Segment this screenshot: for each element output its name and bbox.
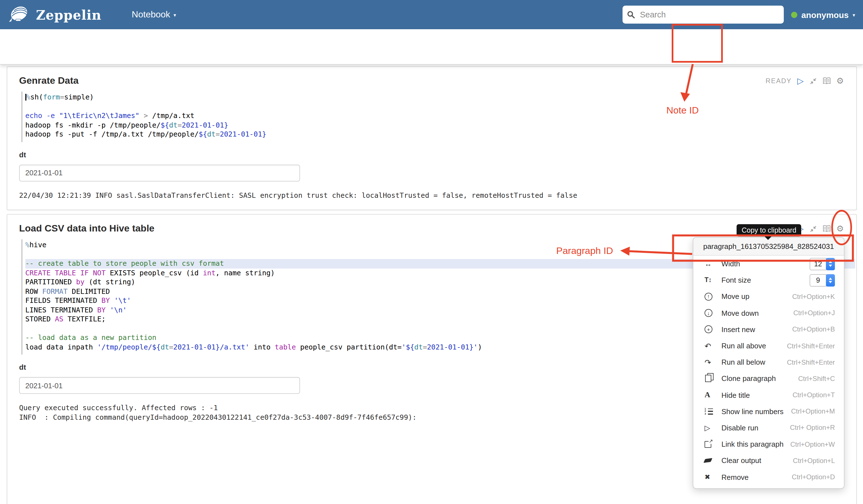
menu-item-run-all-above[interactable]: ↶ Run all above Ctrl+Shift+Enter xyxy=(693,338,844,354)
paragraph-header: Load CSV data into Hive table READY ▷ ⚙ xyxy=(7,215,856,234)
dt-input[interactable] xyxy=(19,377,300,394)
menu-item-label: Width xyxy=(722,260,740,268)
form-field-label: dt xyxy=(19,363,26,371)
line-numbers-icon xyxy=(704,408,713,415)
output-line: INFO : Compiling command(queryId=hadoop_… xyxy=(19,413,417,421)
curved-arrow-down-icon: ↷ xyxy=(704,358,711,366)
remove-x-icon: ✖ xyxy=(704,474,710,480)
notebook-menu-label: Notebook xyxy=(132,10,170,20)
menu-item-label: Clear output xyxy=(722,456,761,465)
paragraph-title[interactable]: Load CSV data into Hive table xyxy=(19,223,154,234)
user-menu[interactable]: anonymous ▾ xyxy=(791,0,855,29)
menu-item-clone-paragraph[interactable]: Clone paragraph Ctrl+Shift+C xyxy=(693,370,844,387)
search-input[interactable] xyxy=(639,10,765,20)
menu-item-label: Move up xyxy=(722,292,750,301)
menu-item-link-this-paragraph[interactable]: Link this paragraph Ctrl+Option+W xyxy=(693,436,844,452)
menu-item-remove[interactable]: ✖ Remove Ctrl+Option+D xyxy=(693,469,844,485)
eraser-icon xyxy=(703,458,712,463)
menu-shortcut: Ctrl+Option+T xyxy=(792,391,835,399)
width-stepper[interactable]: 12 xyxy=(810,257,835,270)
menu-item-label: Hide title xyxy=(722,391,750,399)
dynamic-form: dt xyxy=(19,149,844,181)
menu-item-hide-title[interactable]: A Hide title Ctrl+Option+T xyxy=(693,387,844,403)
collapse-icon[interactable] xyxy=(809,225,817,232)
menu-item-disable-run[interactable]: ▷ Disable run Ctrl+ Option+R xyxy=(693,420,844,436)
search-icon xyxy=(627,11,635,18)
paragraph-settings-gear-icon[interactable]: ⚙ xyxy=(836,225,844,233)
menu-shortcut: Ctrl+Option+W xyxy=(790,440,835,448)
brand-name: Zeppelin xyxy=(36,7,101,22)
plus-circle-icon: + xyxy=(704,326,712,333)
paragraph-settings-menu: paragraph_1613705325984_828524031 ↔ Widt… xyxy=(693,237,845,489)
width-icon: ↔ xyxy=(704,260,712,267)
menu-item-label: Move down xyxy=(722,309,759,317)
note-toolbar xyxy=(0,29,863,65)
paragraph-title[interactable]: Genrate Data xyxy=(19,75,79,87)
menu-shortcut: Ctrl+ Option+R xyxy=(790,424,835,432)
output-line: Query executed successfully. Affected ro… xyxy=(19,403,218,412)
book-icon[interactable] xyxy=(822,77,831,85)
code-editor[interactable]: %sh(form=simple) echo -e "1\tEric\n2\tJa… xyxy=(21,91,855,142)
menu-shortcut: Ctrl+Shift+Enter xyxy=(787,358,835,366)
stepper-buttons[interactable] xyxy=(826,257,835,270)
menu-shortcut: Ctrl+Option+B xyxy=(792,326,835,333)
menu-item-label: Font size xyxy=(722,276,751,285)
arrow-up-circle-icon: ↑ xyxy=(704,293,712,301)
zeppelin-logo-icon xyxy=(7,5,30,24)
title-a-icon: A xyxy=(704,391,710,399)
font-size-stepper[interactable]: 9 xyxy=(810,274,835,287)
form-field-label: dt xyxy=(19,150,26,159)
paragraph-id-item[interactable]: paragraph_1613705325984_828524031 xyxy=(693,238,844,256)
zeppelin-app: Zeppelin Notebook ▾ anonymous ▾ simple_E… xyxy=(0,0,863,504)
font-size-icon: T↕ xyxy=(704,277,712,284)
run-paragraph-icon[interactable]: ▷ xyxy=(797,77,804,85)
collapse-icon[interactable] xyxy=(809,77,817,85)
chevron-down-icon: ▾ xyxy=(174,12,176,18)
width-value: 12 xyxy=(810,257,826,270)
menu-shortcut: Ctrl+Shift+Enter xyxy=(787,342,835,350)
top-navbar: Zeppelin Notebook ▾ anonymous ▾ xyxy=(0,0,863,29)
paragraph-settings-gear-icon[interactable]: ⚙ xyxy=(836,77,844,85)
external-link-icon xyxy=(704,441,711,448)
zeppelin-brand[interactable]: Zeppelin xyxy=(7,5,101,24)
menu-item-label: Run all below xyxy=(722,358,765,366)
username: anonymous xyxy=(801,10,849,20)
clone-icon xyxy=(705,375,711,382)
menu-item-label: Clone paragraph xyxy=(722,375,776,383)
menu-shortcut: Ctrl+Option+D xyxy=(792,473,835,481)
menu-item-move-down[interactable]: ↓ Move down Ctrl+Option+J xyxy=(693,305,844,321)
menu-item-label: Disable run xyxy=(722,424,759,432)
paragraph-output: 22/04/30 12:21:39 INFO sasl.SaslDataTran… xyxy=(19,191,844,200)
menu-shortcut: Ctrl+Option+L xyxy=(793,457,835,465)
dt-input[interactable] xyxy=(19,164,300,181)
menu-item-clear-output[interactable]: Clear output Ctrl+Option+L xyxy=(693,453,844,469)
menu-item-label: Insert new xyxy=(722,325,755,334)
paragraph-generate-data: Genrate Data READY ▷ ⚙ %sh(form=simple) … xyxy=(7,66,857,210)
play-icon: ▷ xyxy=(704,424,710,431)
online-status-dot xyxy=(791,12,798,18)
menu-item-run-all-below[interactable]: ↷ Run all below Ctrl+Shift+Enter xyxy=(693,354,844,370)
menu-item-show-line-numbers[interactable]: Show line numbers Ctrl+Option+M xyxy=(693,403,844,419)
menu-item-move-up[interactable]: ↑ Move up Ctrl+Option+K xyxy=(693,289,844,305)
menu-item-label: Link this paragraph xyxy=(722,440,784,449)
menu-item-font-size[interactable]: T↕ Font size 9 xyxy=(693,272,844,288)
menu-item-label: Show line numbers xyxy=(722,407,784,416)
copy-to-clipboard-tooltip: Copy to clipboard xyxy=(737,224,801,237)
global-search[interactable] xyxy=(623,5,784,24)
notebook-menu[interactable]: Notebook ▾ xyxy=(132,10,176,20)
paragraph-header: Genrate Data READY ▷ ⚙ xyxy=(7,67,856,87)
menu-item-width[interactable]: ↔ Width 12 xyxy=(693,256,844,272)
arrow-down-circle-icon: ↓ xyxy=(704,309,712,317)
book-icon[interactable] xyxy=(822,225,831,232)
menu-shortcut: Ctrl+Option+J xyxy=(793,309,835,317)
paragraph-controls: READY ▷ ⚙ xyxy=(765,77,844,85)
menu-shortcut: Ctrl+Option+M xyxy=(791,408,835,416)
menu-item-insert-new[interactable]: + Insert new Ctrl+Option+B xyxy=(693,322,844,338)
stepper-buttons[interactable] xyxy=(826,274,835,287)
font-size-value: 9 xyxy=(810,274,826,287)
menu-shortcut: Ctrl+Shift+C xyxy=(798,375,835,383)
chevron-down-icon: ▾ xyxy=(853,12,855,18)
menu-item-label: Run all above xyxy=(722,342,766,350)
menu-shortcut: Ctrl+Option+K xyxy=(792,293,835,301)
menu-item-label: Remove xyxy=(722,473,749,481)
